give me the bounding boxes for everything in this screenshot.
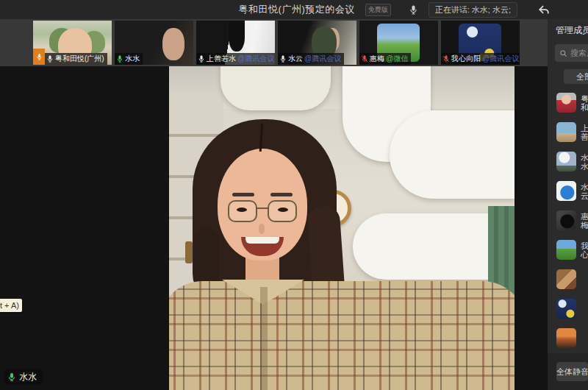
meeting-watermark: @腾讯会议 xyxy=(304,54,341,64)
member-name: 我心向阳 xyxy=(581,241,588,259)
reply-arrow-icon[interactable] xyxy=(538,4,550,15)
mute-all-button[interactable]: 全体静音 xyxy=(556,362,588,381)
microphone-icon xyxy=(198,54,205,63)
member-name: 水云 xyxy=(581,182,588,200)
microphone-icon xyxy=(279,54,287,63)
microphone-icon xyxy=(46,54,54,63)
member-avatar xyxy=(556,210,576,230)
participant-name: 水云 xyxy=(288,54,303,64)
microphone-icon xyxy=(409,5,418,15)
meeting-window: 粤和田悦(广州)预定的会议 免费版 正在讲话: 水水; 水云; 粤和田悦(广州)… xyxy=(0,0,588,390)
shelf-shape xyxy=(390,110,514,199)
member-avatar xyxy=(556,122,576,142)
microphone-muted-icon xyxy=(442,54,450,63)
member-name: 水水 xyxy=(581,153,588,171)
participant-name-label: 水水 xyxy=(115,53,143,65)
manage-members-panel: 管理成员 全部成员 粤和田悦(广州) 上善若水 水水 水云 xyxy=(548,19,588,390)
wechat-watermark: @微信 xyxy=(386,54,408,64)
phone-audio-icon xyxy=(33,49,45,65)
glasses-bridge xyxy=(256,208,269,209)
free-version-badge: 免费版 xyxy=(365,4,391,16)
participant-thumbnail[interactable]: 水云 @腾讯会议 xyxy=(278,21,356,65)
panel-footer: 全体静音 xyxy=(548,353,588,390)
participant-filmstrip: 粤和田悦(广州) 水水 上善若水 @腾讯会议 水云 @腾讯会议 xyxy=(0,19,548,66)
member-row[interactable]: 惠梅 xyxy=(556,210,588,230)
member-avatar xyxy=(556,299,576,319)
panel-title: 管理成员 xyxy=(556,24,588,37)
meeting-title: 粤和田悦(广州)预定的会议 xyxy=(239,3,355,16)
member-search-box[interactable] xyxy=(555,44,588,62)
participant-thumbnail[interactable]: 惠梅 @微信 xyxy=(359,21,438,65)
shirt-placket xyxy=(260,287,268,390)
speaker-eyebrow xyxy=(232,193,254,196)
member-row[interactable] xyxy=(556,328,588,348)
speaker-name: 水水 xyxy=(19,371,37,383)
participant-figure xyxy=(162,28,184,60)
member-row[interactable] xyxy=(556,269,588,289)
speaker-eye xyxy=(237,208,247,212)
meeting-watermark: @腾讯会议 xyxy=(482,54,519,64)
mute-shortcut-tooltip: (Alt + A) xyxy=(0,299,22,312)
participant-name: 粤和田悦(广州) xyxy=(55,54,104,64)
member-row[interactable]: 我心向阳 xyxy=(556,240,588,260)
member-name: 上善若水 xyxy=(581,124,588,141)
participant-name: 我心向阳 xyxy=(451,54,481,64)
speaker-nose xyxy=(259,224,265,234)
search-icon xyxy=(559,49,567,57)
member-avatar xyxy=(556,328,576,348)
member-avatar xyxy=(556,269,576,289)
speaker-plaid-shirt xyxy=(169,281,514,390)
member-name: 惠梅 xyxy=(581,212,588,230)
participant-thumbnail[interactable]: 粤和田悦(广州) xyxy=(33,21,112,65)
top-bar: 粤和田悦(广州)预定的会议 免费版 正在讲话: 水水; 水云; xyxy=(0,0,588,19)
member-avatar xyxy=(556,181,576,201)
member-row[interactable]: 水云 xyxy=(556,181,588,201)
now-speaking-label: 正在讲话: 水水; 水云; xyxy=(429,2,517,18)
speaker-eyebrow xyxy=(270,193,293,196)
member-row[interactable]: 粤和田悦(广州) xyxy=(556,93,588,113)
member-list: 粤和田悦(广州) 上善若水 水水 水云 惠梅 我心向阳 xyxy=(548,87,588,348)
participant-name: 惠梅 xyxy=(370,54,384,64)
participant-name-label: 上善若水 @腾讯会议 xyxy=(196,53,275,65)
participant-name-label: 水云 @腾讯会议 xyxy=(278,53,344,65)
bottle xyxy=(185,241,193,263)
member-name: 粤和田悦(广州) xyxy=(581,94,588,112)
participant-name: 水水 xyxy=(125,54,140,64)
member-filter-chip[interactable]: 全部成员 xyxy=(564,69,588,84)
member-row[interactable] xyxy=(556,299,588,319)
participant-name: 上善若水 xyxy=(207,54,236,64)
member-row[interactable]: 水水 xyxy=(556,152,588,171)
main-video-stage[interactable]: 水水 (Alt + A) xyxy=(0,66,548,390)
speaker-video xyxy=(169,66,514,390)
participant-figure xyxy=(229,21,245,52)
shelf-shape xyxy=(220,66,331,110)
participant-name-label: 我心向阳 @腾讯会议 xyxy=(441,53,520,65)
member-row[interactable]: 上善若水 xyxy=(556,122,588,142)
microphone-active-icon xyxy=(7,372,16,382)
member-avatar xyxy=(556,152,576,171)
participant-name-label: 惠梅 @微信 xyxy=(359,53,411,65)
speaker-eye xyxy=(278,208,288,212)
participant-thumbnail[interactable]: 我心向阳 @腾讯会议 xyxy=(441,21,520,65)
participant-thumbnail[interactable]: 水水 xyxy=(115,21,193,65)
member-avatar xyxy=(556,93,576,113)
member-avatar xyxy=(556,240,576,260)
microphone-active-icon xyxy=(116,54,123,63)
speaker-teeth xyxy=(245,237,279,244)
meeting-watermark: @腾讯会议 xyxy=(237,54,274,64)
search-input[interactable] xyxy=(570,49,588,57)
microphone-muted-icon xyxy=(361,54,368,63)
participant-name-label: 粤和田悦(广州) xyxy=(45,53,107,65)
speaker-name-label: 水水 xyxy=(4,369,43,384)
participant-thumbnail[interactable]: 上善若水 @腾讯会议 xyxy=(196,21,275,65)
panel-header: 管理成员 xyxy=(548,19,588,41)
